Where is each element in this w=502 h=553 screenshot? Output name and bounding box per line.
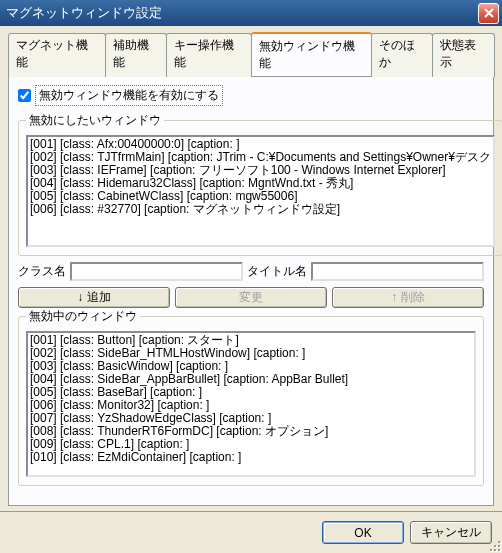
disabled-windows-list[interactable]: [001] [class: Button] [caption: スタート] [0… [26, 331, 476, 477]
tab-status[interactable]: 状態表示 [432, 33, 495, 77]
group-disabled-legend: 無効中のウィンドウ [26, 308, 140, 325]
change-button[interactable]: 変更 [175, 287, 327, 308]
tab-key[interactable]: キー操作機能 [166, 33, 252, 77]
ok-button[interactable]: OK [322, 521, 404, 544]
enable-checkbox[interactable] [18, 89, 31, 102]
enable-row: 無効ウィンドウ機能を有効にする [18, 85, 484, 106]
enable-label[interactable]: 無効ウィンドウ機能を有効にする [35, 85, 223, 106]
content-area: マグネット機能 補助機能 キー操作機能 無効ウィンドウ機能 そのほか 状態表示 … [0, 26, 502, 514]
add-button[interactable]: ↓ 追加 [18, 287, 170, 308]
close-icon [484, 8, 494, 18]
tab-panel: 無効ウィンドウ機能を有効にする 無効にしたいウィンドウ [001] [class… [8, 76, 494, 506]
class-label: クラス名 [18, 263, 66, 280]
tab-invalid-window[interactable]: 無効ウィンドウ機能 [251, 32, 372, 76]
group-target-windows: 無効にしたいウィンドウ [001] [class: Afx:00400000:0… [18, 112, 502, 256]
window-title: マグネットウィンドウ設定 [6, 4, 478, 22]
class-input[interactable] [70, 262, 243, 281]
list-item[interactable]: [010] [class: EzMdiContainer] [caption: … [30, 451, 472, 464]
resize-grip[interactable] [486, 537, 500, 551]
title-input[interactable] [311, 262, 484, 281]
group-disabled-windows: 無効中のウィンドウ [001] [class: Button] [caption… [18, 308, 484, 486]
title-label: タイトル名 [247, 263, 307, 280]
tab-other[interactable]: そのほか [371, 33, 434, 77]
target-windows-list[interactable]: [001] [class: Afx:00400000:0] [caption: … [26, 135, 495, 247]
tab-assist[interactable]: 補助機能 [105, 33, 168, 77]
bottom-bar: OK キャンセル [0, 511, 502, 553]
titlebar: マグネットウィンドウ設定 [0, 0, 502, 26]
input-row: クラス名 タイトル名 [18, 262, 484, 281]
tab-strip: マグネット機能 補助機能 キー操作機能 無効ウィンドウ機能 そのほか 状態表示 [8, 32, 494, 76]
cancel-button[interactable]: キャンセル [410, 521, 492, 544]
group-target-legend: 無効にしたいウィンドウ [26, 112, 164, 129]
list-item[interactable]: [006] [class: #32770] [caption: マグネットウィン… [30, 203, 491, 216]
tab-magnet[interactable]: マグネット機能 [8, 33, 106, 77]
close-button[interactable] [478, 3, 499, 24]
delete-button[interactable]: ↑ 削除 [332, 287, 484, 308]
button-row: ↓ 追加 変更 ↑ 削除 [18, 287, 484, 308]
